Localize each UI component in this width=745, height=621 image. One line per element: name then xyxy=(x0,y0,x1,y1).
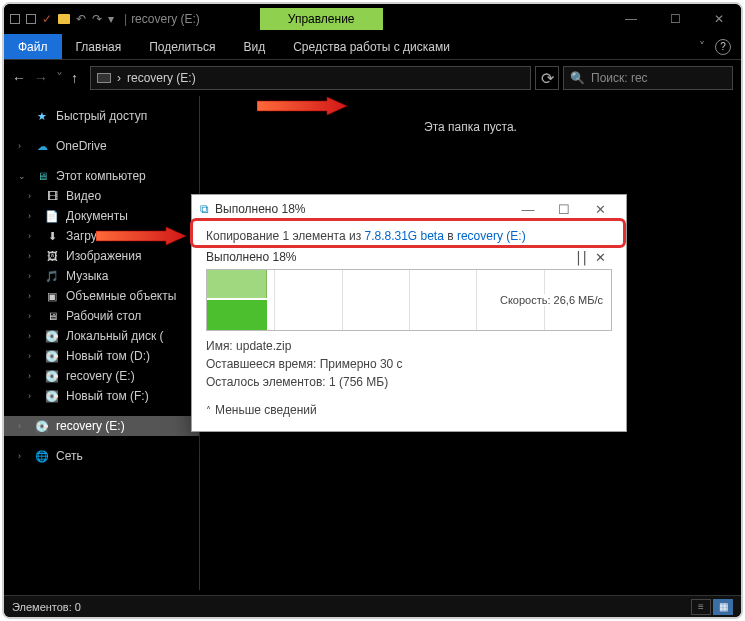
breadcrumb-sep: › xyxy=(117,71,121,85)
progress-title: Выполнено 18% || ✕ xyxy=(206,249,612,265)
sidebar-this-pc[interactable]: ⌄🖥Этот компьютер xyxy=(4,166,199,186)
history-dropdown[interactable]: ˅ xyxy=(56,70,63,86)
sidebar-quick-access[interactable]: ★Быстрый доступ xyxy=(4,106,199,126)
maximize-button[interactable]: ☐ xyxy=(653,4,697,34)
item-count-label: Элементов: xyxy=(12,601,72,613)
sidebar-item-videos[interactable]: ›🎞Видео xyxy=(4,186,199,206)
search-box[interactable]: 🔍 Поиск: rec xyxy=(563,66,733,90)
tab-file[interactable]: Файл xyxy=(4,34,62,59)
view-icons-button[interactable]: ▦ xyxy=(713,599,733,615)
search-placeholder: Поиск: rec xyxy=(591,71,648,85)
window-controls: — ☐ ✕ xyxy=(609,4,741,34)
sidebar-selected-recovery[interactable]: ›💽recovery (E:) xyxy=(4,416,199,436)
search-icon: 🔍 xyxy=(570,71,585,85)
empty-folder-label: Эта папка пуста. xyxy=(200,96,741,134)
minimize-button[interactable]: — xyxy=(609,4,653,34)
tab-drivetools[interactable]: Средства работы с дисками xyxy=(279,40,464,54)
collapse-ribbon-icon[interactable]: ˅ xyxy=(699,40,705,54)
navigation-pane: ★Быстрый доступ ›☁OneDrive ⌄🖥Этот компью… xyxy=(4,96,200,590)
breadcrumb[interactable]: › recovery (E:) xyxy=(90,66,531,90)
sidebar-item-recovery-e[interactable]: ›💽recovery (E:) xyxy=(4,366,199,386)
nav-buttons: ← → ˅ ↑ xyxy=(12,70,86,86)
copy-progress-dialog: ⧉ Выполнено 18% — ☐ ✕ Копирование 1 элем… xyxy=(191,194,627,432)
sidebar-item-drive-f[interactable]: ›💽Новый том (F:) xyxy=(4,386,199,406)
redo-icon[interactable]: ↷ xyxy=(92,12,102,26)
copy-description: Копирование 1 элемента из 7.8.8.31G beta… xyxy=(206,229,612,243)
sidebar-item-drive-d[interactable]: ›💽Новый том (D:) xyxy=(4,346,199,366)
sidebar-item-documents[interactable]: ›📄Документы xyxy=(4,206,199,226)
back-button[interactable]: ← xyxy=(12,70,26,86)
checkbox-icon[interactable] xyxy=(26,14,36,24)
window-title: recovery (E:) xyxy=(131,12,200,26)
undo-icon[interactable]: ↶ xyxy=(76,12,86,26)
view-details-button[interactable]: ≡ xyxy=(691,599,711,615)
item-count-value: 0 xyxy=(75,601,81,613)
quick-access-toolbar: ✓ ↶ ↷ ▾ xyxy=(4,12,120,26)
tab-home[interactable]: Главная xyxy=(62,40,136,54)
sidebar-item-3d[interactable]: ›▣Объемные объекты xyxy=(4,286,199,306)
pause-button[interactable]: || xyxy=(574,249,589,265)
help-icon[interactable]: ? xyxy=(715,39,731,55)
drive-icon xyxy=(97,73,111,83)
ribbon-tabs: Файл Главная Поделиться Вид Средства раб… xyxy=(4,34,741,60)
sidebar-network[interactable]: ›🌐Сеть xyxy=(4,446,199,466)
sidebar-item-desktop[interactable]: ›🖥Рабочий стол xyxy=(4,306,199,326)
sidebar-onedrive[interactable]: ›☁OneDrive xyxy=(4,136,199,156)
refresh-button[interactable]: ⟳ xyxy=(535,66,559,90)
chevron-up-icon: ˄ xyxy=(206,405,211,416)
sidebar-item-downloads[interactable]: ›⬇Загрузки xyxy=(4,226,199,246)
tab-view[interactable]: Вид xyxy=(229,40,279,54)
address-bar-row: ← → ˅ ↑ › recovery (E:) ⟳ 🔍 Поиск: rec xyxy=(4,60,741,96)
dialog-minimize-button[interactable]: — xyxy=(510,197,546,221)
forward-button: → xyxy=(34,70,48,86)
copy-details: Имя: update.zip Оставшееся время: Пример… xyxy=(206,337,612,391)
copy-icon: ⧉ xyxy=(200,202,209,216)
dialog-title-prefix: Выполнено xyxy=(215,202,278,216)
check-icon: ✓ xyxy=(42,12,52,26)
sidebar-item-pictures[interactable]: ›🖼Изображения xyxy=(4,246,199,266)
dialog-close-button[interactable]: ✕ xyxy=(582,197,618,221)
dialog-titlebar[interactable]: ⧉ Выполнено 18% — ☐ ✕ xyxy=(192,195,626,223)
sidebar-item-music[interactable]: ›🎵Музыка xyxy=(4,266,199,286)
speed-graph: Скорость: 26,6 МБ/с xyxy=(206,269,612,331)
fewer-details-toggle[interactable]: ˄ Меньше сведений xyxy=(206,403,612,417)
dropdown-icon[interactable]: ▾ xyxy=(108,12,114,26)
ribbon-context-tab[interactable]: Управление xyxy=(260,8,383,30)
sidebar-item-localdisk[interactable]: ›💽Локальный диск ( xyxy=(4,326,199,346)
copy-source-link[interactable]: 7.8.8.31G beta xyxy=(364,229,443,243)
breadcrumb-item[interactable]: recovery (E:) xyxy=(127,71,196,85)
separator: | xyxy=(120,12,131,26)
title-bar: ✓ ↶ ↷ ▾ | recovery (E:) Управление — ☐ ✕ xyxy=(4,4,741,34)
close-button[interactable]: ✕ xyxy=(697,4,741,34)
checkbox-icon[interactable] xyxy=(10,14,20,24)
up-button[interactable]: ↑ xyxy=(71,70,78,86)
dialog-title-percent: 18% xyxy=(281,202,305,216)
copy-dest-link[interactable]: recovery (E:) xyxy=(457,229,526,243)
cancel-button[interactable]: ✕ xyxy=(589,250,612,265)
tab-share[interactable]: Поделиться xyxy=(135,40,229,54)
status-bar: Элементов: 0 ≡ ▦ xyxy=(4,595,741,617)
folder-icon xyxy=(58,14,70,24)
dialog-maximize-button[interactable]: ☐ xyxy=(546,197,582,221)
